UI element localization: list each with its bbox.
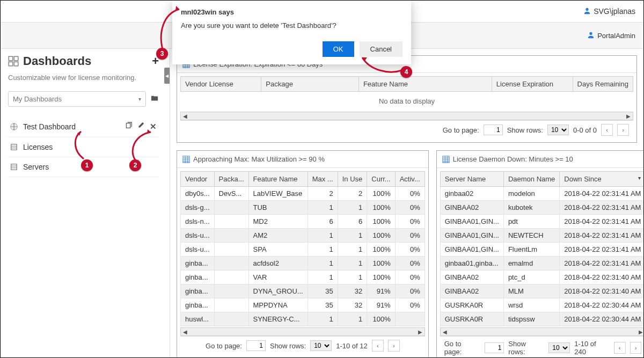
table-row[interactable]: ginba...MPPDYNA353291%0% (181, 298, 425, 312)
table-cell: NEWTECH (503, 229, 559, 243)
pager-rows-select[interactable]: 10 (547, 125, 569, 135)
table-row[interactable]: dsls-u...SPA11100%0% (181, 243, 425, 257)
table-row[interactable]: ginbaa01,ginba...emalmd2018-04-22 02:31:… (440, 257, 643, 271)
column-header[interactable]: Activ... (395, 172, 425, 187)
scroll-left-icon[interactable]: ◀ (181, 112, 189, 120)
sidebar-title: Dashboards (8, 54, 91, 68)
scroll-left-icon[interactable]: ◀ (441, 328, 449, 335)
table-row[interactable]: ginba...DYNA_GROU...353291%0% (181, 284, 425, 298)
close-icon[interactable]: ✕ (150, 122, 157, 131)
table-row[interactable]: huswl...SYNERGY-C...11100% (181, 312, 425, 326)
table-cell: 1 (338, 312, 367, 326)
dashboard-select[interactable]: My Dashboards ▾ (8, 91, 146, 107)
table-row[interactable]: dsls-g...TUB11100%0% (181, 201, 425, 215)
table-cell: 91% (367, 298, 395, 312)
panels-row: Approaching Max: Max Utilization >= 90 %… (177, 150, 637, 357)
table-row[interactable]: GINBAA02ptc_d2018-04-22 02:31:40 AM (440, 271, 643, 284)
user-badge-1[interactable]: SVG\jplanas (583, 7, 635, 16)
pager-page-input[interactable] (484, 125, 503, 135)
sidebar-item-licenses[interactable]: Licenses (8, 137, 159, 157)
table-cell: 2 (308, 187, 338, 201)
column-header[interactable]: Down Since ▾ (560, 172, 643, 187)
column-header[interactable]: Max ... (308, 172, 338, 187)
table-cell: 2018-04-22 02:30:44 AM (560, 298, 643, 312)
h-scrollbar[interactable]: ◀ ▶ (180, 327, 425, 336)
pager-page-input[interactable] (485, 342, 504, 353)
column-header[interactable]: Feature Name (358, 77, 492, 92)
h-scrollbar[interactable]: ◀ ▶ (440, 327, 643, 336)
table-cell: 1 (308, 271, 338, 284)
table-row[interactable]: GINBAA01,GIN...FluentLm2018-04-22 02:31:… (440, 243, 643, 257)
cancel-button[interactable]: Cancel (360, 41, 402, 57)
pager-page-input[interactable] (246, 340, 266, 351)
table-cell: 0% (395, 298, 425, 312)
column-header[interactable]: Server Name (440, 172, 503, 187)
scroll-left-icon[interactable]: ◀ (181, 328, 189, 335)
table-cell: 0% (395, 243, 425, 257)
column-header[interactable]: Vendor (181, 172, 215, 187)
svg-rect-0 (9, 56, 13, 61)
table-row[interactable]: dsls-n...MD266100%0% (181, 215, 425, 229)
panel-header: License Daemon Down: Minutes >= 10 (437, 151, 643, 168)
table-row[interactable]: ginbaa02modelon2018-04-22 02:31:41 AM (440, 187, 643, 201)
copy-icon[interactable] (125, 122, 132, 131)
pager-rows-select[interactable]: 10 (548, 342, 570, 353)
column-header[interactable]: Packa... (214, 172, 248, 187)
table-row[interactable]: GUSRKA0Rtidspssw2018-04-22 02:30:44 AM (440, 312, 643, 326)
column-header[interactable]: Feature Name (248, 172, 308, 187)
pager-next-button[interactable]: › (630, 342, 642, 354)
panel-daemon-down: License Daemon Down: Minutes >= 10 Serve… (436, 150, 643, 357)
ok-button[interactable]: OK (323, 41, 354, 57)
column-header[interactable]: Curr... (367, 172, 395, 187)
pager-prev-button[interactable]: ‹ (372, 340, 384, 352)
scroll-right-icon[interactable]: ▶ (636, 328, 643, 335)
table-cell: GUSRKA0R (440, 312, 503, 326)
dashboard-select-value: My Dashboards (13, 95, 62, 103)
sidebar-collapse-handle[interactable]: ◀ (164, 68, 170, 84)
sidebar-item-label: Licenses (23, 143, 53, 151)
column-header[interactable]: Vendor License (181, 77, 261, 92)
table-row[interactable]: GINBAA02kubotek2018-04-22 02:31:41 AM (440, 201, 643, 215)
table-cell: 0% (395, 271, 425, 284)
table-cell: 1 (338, 271, 367, 284)
folder-icon[interactable] (150, 94, 159, 104)
table-cell: 0% (395, 187, 425, 201)
table-row[interactable]: GINBAA01,GIN...NEWTECH2018-04-22 02:31:4… (440, 229, 643, 243)
annotation-marker-1: 1 (81, 159, 93, 171)
user-icon (583, 7, 591, 16)
table-row[interactable]: dby0s...DevS...LabVIEW_Base22100%0% (181, 187, 425, 201)
table-row[interactable]: ginba...acfdsol211100%0% (181, 257, 425, 271)
table-cell: MLM (503, 284, 559, 298)
pager-prev-button[interactable]: ‹ (614, 342, 626, 354)
table-row[interactable]: ginba...VAR11100%0% (181, 271, 425, 284)
table-row[interactable]: GINBAA02MLM2018-04-22 02:31:40 AM (440, 284, 643, 298)
pager-rows-select[interactable]: 10 (310, 340, 332, 351)
table-cell: ginba... (181, 284, 215, 298)
pager-next-button[interactable]: › (617, 124, 629, 136)
table-row[interactable]: dsls-u...AM211100%0% (181, 229, 425, 243)
column-header[interactable]: Package (261, 77, 359, 92)
user-badge-2[interactable]: PortalAdmin (587, 31, 635, 40)
table-row[interactable]: GUSRKA0Rwrsd2018-04-22 02:30:44 AM (440, 298, 643, 312)
column-header[interactable]: Days Remaining (573, 77, 633, 92)
table-cell: 1 (338, 243, 367, 257)
pager-showrows-label: Show rows: (508, 340, 544, 356)
table-cell: huswl... (181, 312, 215, 326)
table-row[interactable]: GINBAA01,GIN...pdt2018-04-22 02:31:41 AM (440, 215, 643, 229)
column-header[interactable]: In Use (338, 172, 367, 187)
scroll-right-icon[interactable]: ▶ (624, 112, 633, 120)
sidebar-item-test-dashboard[interactable]: Test Dashboard ✕ (8, 116, 159, 137)
table-cell: GINBAA01,GIN... (440, 243, 503, 257)
column-header[interactable]: Daemon Name (503, 172, 559, 187)
scroll-right-icon[interactable]: ▶ (416, 328, 425, 335)
table-cell (214, 229, 248, 243)
content-area: License Expiration: Expiration <= 60 Day… (170, 49, 643, 357)
pager-prev-button[interactable]: ‹ (601, 124, 613, 136)
h-scrollbar[interactable]: ◀ ▶ (180, 112, 633, 120)
edit-icon[interactable] (137, 122, 144, 131)
pager-showrows-label: Show rows: (270, 342, 306, 350)
table-cell: 6 (338, 215, 367, 229)
table-cell (214, 271, 248, 284)
column-header[interactable]: License Expiration (492, 77, 573, 92)
pager-next-button[interactable]: › (388, 340, 400, 352)
